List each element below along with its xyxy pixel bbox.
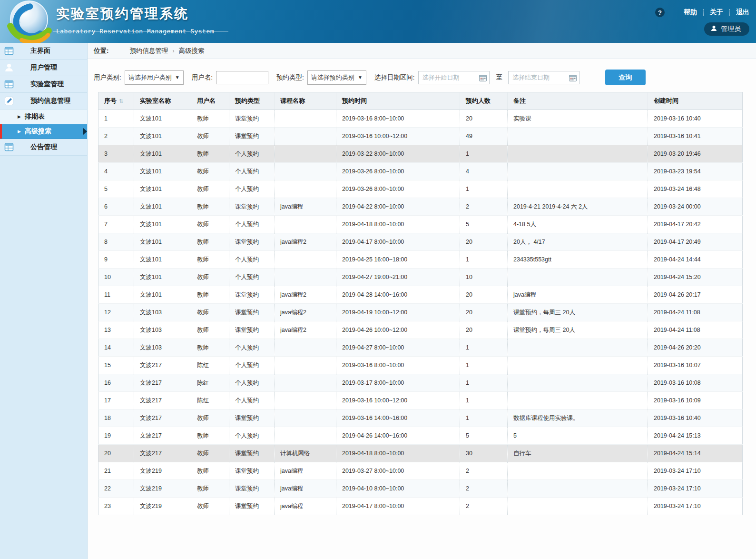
table-row[interactable]: 16 文波217 陈红 个人预约 2019-03-17 8:00~10:00 1…: [98, 374, 743, 392]
table-row[interactable]: 2 文波101 教师 课堂预约 2019-03-16 10:00~12:00 4…: [98, 128, 743, 145]
column-header-user: 用户名: [191, 92, 229, 110]
link-separator: [729, 9, 730, 16]
reservation-type-select[interactable]: 请选择预约类别 ▼: [307, 70, 366, 85]
table-row[interactable]: 13 文波103 教师 课堂预约 java编程2 2019-04-26 10:0…: [98, 321, 743, 339]
cell-count: 2: [460, 498, 508, 515]
column-header-seq[interactable]: 序号⇅: [98, 92, 134, 110]
cell-user: 教师: [191, 180, 229, 198]
cell-lab: 文波101: [134, 145, 191, 163]
table-row[interactable]: 19 文波217 教师 个人预约 2019-04-26 14:00~16:00 …: [98, 427, 743, 445]
cell-seq: 20: [98, 445, 134, 462]
sidebar-item-label: 主界面: [30, 47, 50, 55]
logout-link[interactable]: 退出: [736, 8, 749, 17]
cell-time: 2019-04-22 8:00~10:00: [336, 198, 460, 216]
help-circle-icon[interactable]: ?: [655, 8, 665, 17]
cell-lab: 文波217: [134, 409, 191, 427]
breadcrumb-item-reservations[interactable]: 预约信息管理: [130, 47, 168, 55]
table-row[interactable]: 14 文波103 教师 个人预约 2019-04-27 8:00~10:00 1…: [98, 339, 743, 357]
sort-icon[interactable]: ⇅: [119, 98, 123, 104]
cell-course: [275, 392, 336, 409]
user-badge[interactable]: 管理员: [704, 22, 749, 36]
cell-count: 49: [460, 128, 508, 145]
cell-type: 个人预约: [229, 163, 275, 180]
cell-count: 4: [460, 163, 508, 180]
main-area: 位置: 预约信息管理 › 高级搜索 用户类别: 请选择用户类别 ▼ 用户名: 预…: [88, 43, 756, 559]
sidebar-item-users[interactable]: 用户管理: [0, 60, 87, 76]
chevron-down-icon: ▼: [358, 75, 363, 80]
table-row[interactable]: 23 文波219 教师 课堂预约 java编程 2019-04-17 8:00~…: [98, 498, 743, 515]
table-row[interactable]: 9 文波101 教师 个人预约 2019-04-25 16:00~18:00 1…: [98, 251, 743, 269]
table-row[interactable]: 3 文波101 教师 个人预约 2019-03-22 8:00~10:00 1 …: [98, 145, 743, 163]
username-input[interactable]: [216, 71, 268, 84]
cell-lab: 文波217: [134, 427, 191, 445]
cell-seq: 12: [98, 304, 134, 321]
table-row[interactable]: 12 文波103 教师 课堂预约 java编程2 2019-04-19 10:0…: [98, 304, 743, 321]
calendar-icon[interactable]: [479, 74, 487, 83]
cell-type: 课堂预约: [229, 233, 275, 251]
sidebar: 主界面 用户管理 实验室管理 预约信息管理 ▶ 排期表 ▶ 高级搜索: [0, 43, 88, 559]
calendar-icon[interactable]: [569, 74, 577, 83]
cell-user: 教师: [191, 339, 229, 357]
cell-time: 2019-03-16 8:00~10:00: [336, 110, 460, 128]
cell-remark: [508, 357, 648, 374]
table-row[interactable]: 15 文波217 陈红 个人预约 2019-03-16 8:00~10:00 1…: [98, 357, 743, 374]
cell-user: 教师: [191, 304, 229, 321]
table-row[interactable]: 21 文波219 教师 课堂预约 java编程 2019-03-27 8:00~…: [98, 462, 743, 480]
cell-count: 2: [460, 480, 508, 498]
cell-user: 教师: [191, 427, 229, 445]
cell-seq: 9: [98, 251, 134, 269]
table-row[interactable]: 10 文波101 教师 个人预约 2019-04-27 19:00~21:00 …: [98, 269, 743, 286]
cell-seq: 7: [98, 216, 134, 233]
sidebar-item-announcements[interactable]: 公告管理: [0, 139, 87, 156]
cell-count: 1: [460, 357, 508, 374]
cell-time: 2019-04-25 16:00~18:00: [336, 251, 460, 269]
grid-icon: [4, 142, 14, 152]
table-row[interactable]: 20 文波217 教师 课堂预约 计算机网络 2019-04-18 8:00~1…: [98, 445, 743, 462]
cell-type: 课堂预约: [229, 128, 275, 145]
table-row[interactable]: 17 文波217 陈红 个人预约 2019-03-16 10:00~12:00 …: [98, 392, 743, 409]
cell-time: 2019-04-18 8:00~10:00: [336, 216, 460, 233]
user-category-select[interactable]: 请选择用户类别 ▼: [125, 70, 184, 85]
query-button[interactable]: 查询: [605, 70, 646, 85]
cell-created: 2019-03-20 19:46: [648, 145, 743, 163]
cell-course: [275, 269, 336, 286]
table-row[interactable]: 22 文波219 教师 课堂预约 java编程 2019-04-10 8:00~…: [98, 480, 743, 498]
cell-seq: 23: [98, 498, 134, 515]
cell-seq: 2: [98, 128, 134, 145]
table-row[interactable]: 7 文波101 教师 个人预约 2019-04-18 8:00~10:00 5 …: [98, 216, 743, 233]
cell-remark: 课堂预约，每周三 20人: [508, 304, 648, 321]
username-label: 用户名:: [192, 73, 213, 82]
cell-course: [275, 374, 336, 392]
table-row[interactable]: 8 文波101 教师 课堂预约 java编程2 2019-04-17 8:00~…: [98, 233, 743, 251]
cell-created: 2019-04-24 14:44: [648, 251, 743, 269]
user-badge-label: 管理员: [721, 25, 741, 33]
table-row[interactable]: 5 文波101 教师 个人预约 2019-03-26 8:00~10:00 1 …: [98, 180, 743, 198]
table-row[interactable]: 6 文波101 教师 课堂预约 java编程 2019-04-22 8:00~1…: [98, 198, 743, 216]
cell-course: [275, 145, 336, 163]
cell-count: 1: [460, 339, 508, 357]
cell-user: 教师: [191, 198, 229, 216]
sidebar-item-advanced-search[interactable]: ▶ 高级搜索: [0, 124, 87, 139]
cell-type: 个人预约: [229, 216, 275, 233]
cell-seq: 14: [98, 339, 134, 357]
reservation-type-value: 请选择预约类别: [311, 73, 354, 82]
sidebar-item-reservations[interactable]: 预约信息管理: [0, 93, 87, 110]
cell-type: 个人预约: [229, 180, 275, 198]
table-header-row: 序号⇅ 实验室名称 用户名 预约类型 课程名称 预约时间 预约人数 备注 创建时…: [98, 92, 743, 110]
help-link[interactable]: 帮助: [684, 8, 697, 17]
table-row[interactable]: 1 文波101 教师 课堂预约 2019-03-16 8:00~10:00 20…: [98, 110, 743, 128]
table-row[interactable]: 18 文波217 教师 课堂预约 2019-03-16 14:00~16:00 …: [98, 409, 743, 427]
sidebar-item-labs[interactable]: 实验室管理: [0, 76, 87, 93]
table-row[interactable]: 4 文波101 教师 个人预约 2019-03-26 8:00~10:00 4 …: [98, 163, 743, 180]
breadcrumb-item-advanced-search[interactable]: 高级搜索: [179, 47, 205, 55]
table-row[interactable]: 11 文波101 教师 课堂预约 java编程2 2019-04-28 14:0…: [98, 286, 743, 304]
cell-course: java编程2: [275, 304, 336, 321]
cell-course: [275, 110, 336, 128]
about-link[interactable]: 关于: [710, 8, 723, 17]
cell-lab: 文波101: [134, 269, 191, 286]
cell-seq: 13: [98, 321, 134, 339]
sidebar-item-schedule[interactable]: ▶ 排期表: [0, 110, 87, 124]
cell-created: 2019-04-24 15:13: [648, 427, 743, 445]
sidebar-item-main[interactable]: 主界面: [0, 43, 87, 60]
cell-count: 20: [460, 286, 508, 304]
